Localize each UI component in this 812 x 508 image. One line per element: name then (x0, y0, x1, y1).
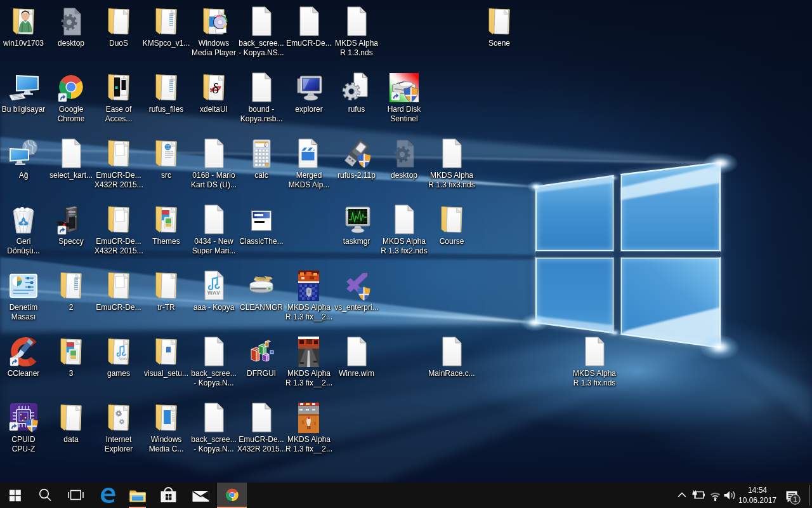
svg-text:1: 1 (794, 495, 797, 503)
